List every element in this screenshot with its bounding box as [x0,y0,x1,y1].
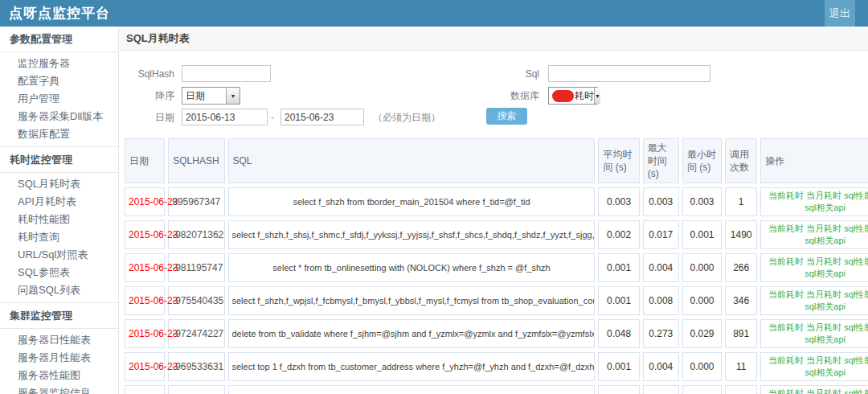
sidebar-item-server-daily-performance[interactable]: 服务器日性能表 [0,331,118,349]
cell-call-count: 346 [725,286,757,315]
sidebar-item-api-monthly-time[interactable]: API月耗时表 [0,193,118,211]
table-row: 2015-06-23 -972474227 delete from tb_val… [125,319,868,348]
link-sql-performance-chart[interactable]: sql性能图 [844,322,868,332]
col-header-max-time: 最大时间 (s) [643,138,679,183]
link-sql-related-api[interactable]: sql相关api [805,367,845,377]
cell-call-count: 1490 [725,220,757,249]
sidebar-item-database-config[interactable]: 数据库配置 [0,125,118,143]
link-month-time[interactable]: 当月耗时 [806,388,841,394]
sql-input[interactable] [548,65,710,82]
sidebar-section-cluster-monitor: 集群监控管理 服务器日性能表 服务器月性能表 服务器性能图 服务器监控信息 [0,302,118,394]
cell-sql: select * from tb_onlinesetting with (NOL… [228,253,596,282]
link-sql-related-api[interactable]: sql相关api [805,269,845,278]
link-current-time[interactable]: 当前耗时 [768,322,804,332]
date-to-input[interactable] [280,109,364,125]
database-label: 数据库 [485,88,539,105]
cell-call-count: 11 [725,352,757,381]
page-title: SQL月耗时表 [119,27,868,51]
cell-date: 2015-06-23 [125,385,165,394]
cell-sql: select f_shzh,f_wpjsl,f_fcbmysl,f_bmysl,… [228,286,596,315]
link-sql-related-api[interactable]: sql相关api [805,302,845,311]
table-row: 2015-06-23 -969533631 select top 1 f_dzx… [125,352,868,381]
cell-call-count: 1 [725,187,757,216]
sidebar-item-monitor-servers[interactable]: 监控服务器 [0,55,118,72]
sort-order-value: 日期 [182,89,226,103]
cell-max-time: 0.008 [643,286,679,315]
results-table-wrap: 日期 SQLHASH SQL 平均时间 (s) 最大时间 (s) 最小时间 (s… [119,134,868,394]
cell-sqlhash: -969533631 [168,352,224,381]
link-month-time[interactable]: 当月耗时 [806,289,841,299]
link-current-time[interactable]: 当前耗时 [768,289,804,299]
cell-actions: 当前耗时 当月耗时 sql性能图 sql相关api [760,187,868,216]
cell-avg-time: 0.002 [598,220,639,249]
table-row: 2015-06-23 -981195747 select * from tb_o… [125,253,868,282]
link-sql-related-api[interactable]: sql相关api [805,236,845,245]
date-range-separator: - [271,109,274,126]
cell-sqlhash: 995967347 [168,187,224,216]
link-current-time[interactable]: 当前耗时 [768,388,804,394]
link-sql-performance-chart[interactable]: sql性能图 [844,257,868,266]
sidebar-item-user-management[interactable]: 用户管理 [0,90,118,108]
table-row: 2015-06-23 -975540435 select f_shzh,f_wp… [125,286,868,315]
link-current-time[interactable]: 当前耗时 [768,191,804,200]
col-header-sql: SQL [228,138,596,183]
sqlhash-input[interactable] [182,65,271,82]
sidebar-item-url-sql-mapping[interactable]: URL/Sql对照表 [0,246,118,264]
link-sql-related-api[interactable]: sql相关api [805,334,845,344]
sidebar-item-problem-sql-list[interactable]: 问题SQL列表 [0,281,118,299]
database-value: 耗时 [575,89,594,103]
link-sql-performance-chart[interactable]: sql性能图 [844,191,868,200]
sort-order-label: 降序 [119,88,174,105]
cell-avg-time: 0.003 [598,187,639,216]
col-header-avg-time: 平均时间 (s) [598,138,639,183]
search-button[interactable]: 搜索 [486,108,527,125]
cell-max-time: 0.004 [643,352,679,381]
link-current-time[interactable]: 当前耗时 [768,257,804,266]
link-sql-performance-chart[interactable]: sql性能图 [844,224,868,233]
date-format-note: （必须为日期） [373,109,440,126]
link-sql-performance-chart[interactable]: sql性能图 [844,388,868,394]
link-month-time[interactable]: 当月耗时 [806,191,841,200]
table-row: 2015-06-23 -982071362 select f_shzh,f_sh… [125,220,868,249]
cell-actions: 当前耗时 当月耗时 sql性能图 sql相关api [760,220,868,249]
sidebar-item-time-performance-chart[interactable]: 耗时性能图 [0,211,118,228]
sidebar-section-config: 参数配置管理 监控服务器 配置字典 用户管理 服务器采集Dll版本 数据库配置 [0,27,118,146]
cell-avg-time: 0.048 [598,319,639,348]
sidebar-item-sql-reference[interactable]: SQL参照表 [0,264,118,281]
cell-sql: select f_shzh,f_shsj,f_shmc,f_sfdj,f_yyk… [228,220,596,249]
cell-actions: 当前耗时 当月耗时 sql性能图 sql相关api [760,319,868,348]
logout-button[interactable]: 退出 [825,0,855,27]
cell-date: 2015-06-23 [125,286,165,315]
chevron-down-icon[interactable]: ▼ [594,88,600,104]
date-from-input[interactable] [182,109,268,125]
database-select[interactable]: 耗时 ▼ [548,87,598,105]
link-month-time[interactable]: 当月耗时 [806,224,841,233]
table-row: 2015-06-23 -967938578 update tb_ordercou… [125,385,868,394]
chevron-down-icon[interactable]: ▼ [226,88,240,104]
link-month-time[interactable]: 当月耗时 [806,322,841,332]
sidebar-item-server-performance-chart[interactable]: 服务器性能图 [0,367,118,384]
sidebar-item-server-monitor-info[interactable]: 服务器监控信息 [0,384,118,394]
sidebar-section-time-monitor: 耗时监控管理 SQL月耗时表 API月耗时表 耗时性能图 耗时查询 URL/Sq… [0,146,118,302]
top-bar: 点呀点监控平台 退出 [0,0,868,27]
link-month-time[interactable]: 当月耗时 [806,355,841,365]
sidebar-item-config-dict[interactable]: 配置字典 [0,72,118,90]
link-current-time[interactable]: 当前耗时 [768,224,804,233]
app-title: 点呀点监控平台 [0,4,110,23]
link-current-time[interactable]: 当前耗时 [768,355,804,365]
sort-order-select[interactable]: 日期 ▼ [182,87,240,105]
sidebar-item-sql-monthly-time[interactable]: SQL月耗时表 [0,175,118,193]
link-sql-related-api[interactable]: sql相关api [805,203,845,212]
col-header-date: 日期 [125,138,165,183]
link-month-time[interactable]: 当月耗时 [806,257,841,266]
cell-date: 2015-06-23 [125,352,165,381]
sidebar-item-server-dll-version[interactable]: 服务器采集Dll版本 [0,108,118,125]
link-sql-performance-chart[interactable]: sql性能图 [844,355,868,365]
sidebar-item-server-monthly-performance[interactable]: 服务器月性能表 [0,349,118,367]
main-layout: 参数配置管理 监控服务器 配置字典 用户管理 服务器采集Dll版本 数据库配置 … [0,27,868,394]
sidebar-item-time-query[interactable]: 耗时查询 [0,228,118,246]
link-sql-performance-chart[interactable]: sql性能图 [844,289,868,299]
cell-actions: 当前耗时 当月耗时 sql性能图 sql相关api [760,352,868,381]
cell-call-count: 891 [725,319,757,348]
section-title-time-monitor: 耗时监控管理 [0,146,118,173]
